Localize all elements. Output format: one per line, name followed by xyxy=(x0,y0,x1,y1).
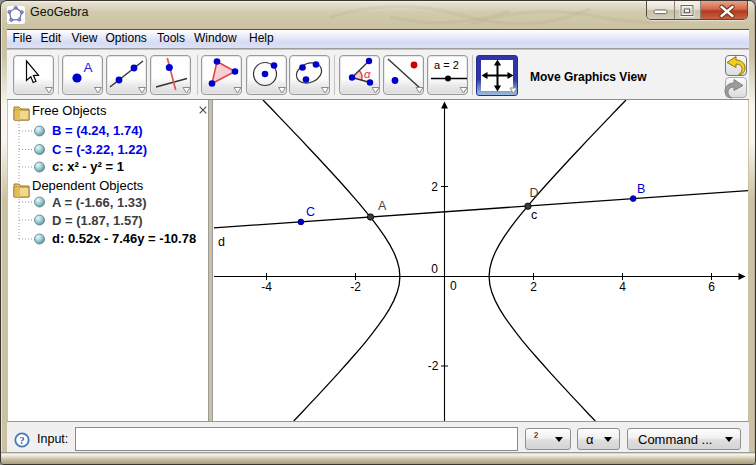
svg-text:D: D xyxy=(530,186,539,200)
svg-text:A: A xyxy=(378,199,387,213)
svg-text:d: d xyxy=(218,235,225,249)
svg-text:c: c xyxy=(531,208,537,222)
svg-text:4: 4 xyxy=(619,280,626,294)
svg-text:-2: -2 xyxy=(350,280,361,294)
svg-text:-2: -2 xyxy=(428,359,439,373)
svg-text:C: C xyxy=(306,205,315,219)
svg-text:0: 0 xyxy=(431,262,438,276)
svg-text:0: 0 xyxy=(450,279,457,293)
svg-text:B: B xyxy=(637,182,645,196)
svg-text:2: 2 xyxy=(530,280,537,294)
svg-text:a = 2: a = 2 xyxy=(434,59,459,71)
svg-text:2: 2 xyxy=(431,180,438,194)
svg-text:-4: -4 xyxy=(261,280,272,294)
svg-text:A: A xyxy=(84,60,93,75)
svg-text:α: α xyxy=(364,68,371,80)
svg-text:6: 6 xyxy=(708,280,715,294)
svg-text:?: ? xyxy=(20,435,25,446)
